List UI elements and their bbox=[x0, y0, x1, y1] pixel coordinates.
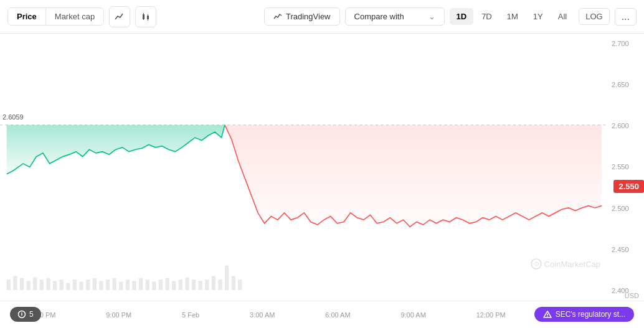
svg-rect-15 bbox=[60, 279, 64, 290]
svg-rect-35 bbox=[192, 279, 196, 290]
svg-rect-28 bbox=[146, 279, 149, 290]
candle-chart-icon-btn[interactable] bbox=[135, 6, 156, 27]
log-button[interactable]: LOG bbox=[579, 8, 609, 25]
svg-rect-16 bbox=[66, 283, 70, 290]
y-label-500: 2.500 bbox=[612, 205, 639, 212]
svg-rect-38 bbox=[212, 276, 215, 290]
watermark-text: CoinMarketCap bbox=[544, 260, 600, 269]
svg-rect-19 bbox=[86, 279, 90, 290]
sec-label: SEC's regulatory st... bbox=[556, 310, 625, 319]
y-label-450: 2.450 bbox=[612, 246, 639, 253]
line-chart-icon-btn[interactable] bbox=[109, 6, 130, 27]
svg-rect-8 bbox=[13, 276, 17, 290]
news-count-badge[interactable]: 5 bbox=[10, 307, 41, 322]
y-label-650: 2.650 bbox=[612, 81, 639, 88]
x-label-7: 12:00 PM bbox=[476, 311, 506, 319]
svg-rect-29 bbox=[152, 282, 156, 291]
svg-rect-12 bbox=[40, 279, 44, 290]
time-1y[interactable]: 1Y bbox=[526, 8, 550, 25]
svg-rect-36 bbox=[198, 281, 202, 290]
usd-label: USD bbox=[625, 292, 639, 299]
chart-area: 2.700 2.650 2.600 2.550 2.500 2.450 2.40… bbox=[0, 34, 644, 301]
current-price-badge: 2.550 bbox=[613, 180, 644, 193]
svg-rect-9 bbox=[20, 278, 24, 290]
x-label-4: 3:00 AM bbox=[250, 311, 275, 319]
tradingview-label: TradingView bbox=[286, 12, 331, 21]
y-label-600: 2.600 bbox=[612, 122, 639, 129]
svg-rect-39 bbox=[218, 279, 222, 290]
price-marketcap-tabs: Price Market cap bbox=[7, 7, 104, 26]
chevron-down-icon: ⌄ bbox=[429, 12, 435, 21]
svg-rect-37 bbox=[205, 279, 209, 290]
price-tab[interactable]: Price bbox=[8, 8, 46, 25]
svg-rect-31 bbox=[165, 278, 169, 290]
news-count: 5 bbox=[29, 310, 34, 319]
svg-rect-1 bbox=[143, 13, 144, 15]
market-cap-tab[interactable]: Market cap bbox=[46, 8, 103, 25]
time-1d[interactable]: 1D bbox=[450, 8, 474, 25]
compare-dropdown[interactable]: Compare with ⌄ bbox=[345, 7, 445, 26]
svg-rect-17 bbox=[73, 279, 77, 290]
svg-rect-25 bbox=[126, 279, 130, 290]
watermark: CoinMarketCap bbox=[531, 258, 600, 269]
x-label-3: 5 Feb bbox=[182, 311, 199, 319]
x-label-6: 9:00 AM bbox=[400, 311, 425, 319]
svg-rect-24 bbox=[119, 282, 123, 291]
svg-rect-21 bbox=[99, 281, 103, 290]
svg-rect-14 bbox=[53, 281, 57, 290]
svg-rect-4 bbox=[148, 14, 148, 16]
svg-point-49 bbox=[547, 316, 547, 317]
svg-rect-18 bbox=[79, 282, 83, 291]
svg-rect-11 bbox=[33, 278, 37, 290]
svg-rect-40 bbox=[225, 266, 229, 291]
x-label-2: 9:00 PM bbox=[106, 311, 131, 319]
svg-rect-42 bbox=[238, 279, 242, 290]
x-label-5: 6:00 AM bbox=[325, 311, 350, 319]
tradingview-button[interactable]: TradingView bbox=[264, 7, 340, 26]
svg-rect-33 bbox=[179, 279, 182, 290]
time-1m[interactable]: 1M bbox=[500, 8, 525, 25]
svg-rect-2 bbox=[143, 18, 144, 20]
svg-rect-34 bbox=[185, 278, 189, 290]
compare-label: Compare with bbox=[354, 12, 404, 21]
more-button[interactable]: ... bbox=[615, 8, 637, 26]
svg-point-46 bbox=[21, 312, 22, 312]
time-range-group: 1D 7D 1M 1Y All bbox=[450, 8, 574, 25]
svg-rect-5 bbox=[148, 19, 148, 21]
svg-rect-27 bbox=[139, 278, 143, 290]
svg-rect-32 bbox=[172, 281, 176, 290]
svg-rect-30 bbox=[159, 279, 163, 290]
time-all[interactable]: All bbox=[551, 8, 574, 25]
toolbar: Price Market cap TradingView Compare wit… bbox=[0, 0, 644, 34]
svg-rect-23 bbox=[112, 278, 116, 290]
svg-rect-41 bbox=[232, 276, 235, 290]
sec-notification-badge[interactable]: SEC's regulatory st... bbox=[534, 307, 634, 322]
svg-rect-10 bbox=[26, 281, 30, 290]
y-label-550: 2.550 bbox=[612, 163, 639, 171]
start-price-label: 2.6059 bbox=[2, 113, 24, 121]
svg-rect-13 bbox=[46, 278, 50, 290]
y-label-700: 2.700 bbox=[612, 40, 639, 47]
time-7d[interactable]: 7D bbox=[475, 8, 499, 25]
svg-rect-22 bbox=[106, 279, 110, 290]
svg-rect-26 bbox=[132, 281, 136, 290]
svg-rect-7 bbox=[7, 279, 11, 290]
y-axis: 2.700 2.650 2.600 2.550 2.500 2.450 2.40… bbox=[607, 34, 644, 301]
svg-rect-20 bbox=[93, 278, 97, 290]
svg-point-43 bbox=[531, 259, 541, 269]
